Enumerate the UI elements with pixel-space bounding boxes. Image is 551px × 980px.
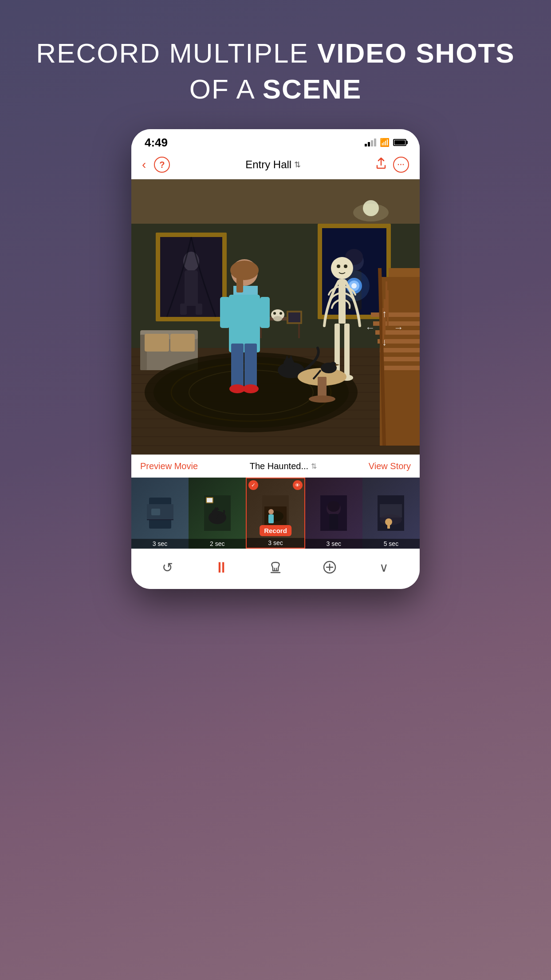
more-button[interactable]: ··· (393, 157, 409, 173)
svg-point-15 (353, 204, 389, 221)
scene-name-text: The Haunted... (250, 461, 308, 471)
svg-rect-99 (206, 498, 213, 503)
headline-line2-normal: OF A (189, 74, 263, 104)
svg-rect-105 (268, 514, 274, 523)
svg-rect-57 (260, 297, 270, 328)
svg-rect-53 (244, 344, 257, 388)
battery-icon (393, 139, 406, 146)
bottom-control-bar: Preview Movie The Haunted... ⇅ View Stor… (131, 454, 420, 478)
collapse-icon: ∨ (379, 560, 389, 575)
thumbnails-strip: 3 sec 2 sec (131, 478, 420, 549)
nav-title[interactable]: Entry Hall ⇅ (245, 158, 301, 171)
more-icon: ··· (398, 161, 405, 169)
back-button[interactable]: ‹ (142, 158, 146, 172)
thumbnail-1[interactable]: 3 sec (131, 478, 189, 549)
svg-rect-59 (236, 275, 243, 292)
nav-bar: ‹ ? Entry Hall ⇅ ··· (131, 152, 420, 179)
svg-rect-52 (231, 344, 244, 388)
stamp-button[interactable] (264, 556, 287, 578)
svg-point-104 (268, 509, 274, 514)
svg-rect-19 (185, 270, 198, 306)
thumb-3-eye: 👁 (293, 480, 303, 490)
nav-up-arrow[interactable]: ↑ (378, 307, 391, 320)
add-button[interactable] (319, 556, 341, 578)
svg-rect-114 (387, 524, 390, 529)
svg-rect-21 (196, 304, 202, 315)
svg-point-96 (212, 510, 219, 517)
thumbnail-2[interactable]: 2 sec (189, 478, 246, 549)
nav-title-chevron-icon: ⇅ (294, 160, 301, 170)
view-story-button[interactable]: View Story (369, 461, 411, 471)
svg-point-55 (243, 384, 259, 393)
help-button[interactable]: ? (154, 157, 170, 173)
signal-icon (365, 138, 376, 146)
headline-line2-bold: SCENE (263, 74, 362, 104)
svg-point-65 (337, 265, 340, 268)
nav-left-arrow[interactable]: ← (364, 321, 377, 335)
thumb-3-duration: 3 sec (247, 538, 304, 548)
wifi-icon: 📶 (380, 138, 390, 147)
thumbnail-4[interactable]: 3 sec (305, 478, 362, 549)
svg-rect-85 (382, 357, 420, 361)
status-bar: 4:49 📶 (131, 129, 420, 152)
svg-point-74 (309, 395, 335, 403)
svg-point-61 (283, 358, 294, 369)
pause-button[interactable]: ⏸ (210, 556, 232, 578)
pause-icon: ⏸ (214, 559, 229, 576)
redo-button[interactable]: ↺ (156, 556, 178, 578)
headline-line1-normal: RECORD MULTIPLE (36, 38, 317, 68)
nav-title-text: Entry Hall (245, 158, 291, 171)
nav-down-arrow[interactable]: ↓ (378, 336, 391, 349)
svg-point-44 (273, 316, 282, 321)
svg-rect-35 (170, 334, 195, 352)
svg-rect-93 (151, 509, 160, 515)
help-icon: ? (159, 160, 165, 170)
svg-point-45 (273, 312, 276, 315)
add-circle-icon (323, 560, 337, 574)
preview-movie-button[interactable]: Preview Movie (140, 461, 198, 471)
share-button[interactable] (376, 158, 386, 172)
redo-icon: ↺ (162, 560, 173, 575)
thumb-3-record-badge[interactable]: Record (260, 525, 291, 536)
stamp-icon (268, 560, 283, 574)
thumb-2-duration: 2 sec (189, 539, 246, 549)
phone-frame: 4:49 📶 ‹ ? Entry Hall ⇅ (131, 129, 420, 589)
status-icons: 📶 (365, 138, 406, 147)
svg-rect-48 (288, 312, 300, 322)
scene-view[interactable]: ↑ ← → ↓ (131, 179, 420, 454)
scene-selector[interactable]: The Haunted... ⇅ (250, 461, 317, 471)
headline: RECORD MULTIPLE VIDEO SHOTS OF A SCENE (9, 0, 541, 129)
svg-point-46 (279, 312, 282, 315)
thumb-1-duration: 3 sec (131, 539, 189, 549)
svg-rect-69 (344, 324, 350, 377)
status-time: 4:49 (145, 136, 168, 150)
thumbnail-3[interactable]: ✓ 👁 Record 3 sec (246, 478, 305, 549)
svg-point-64 (331, 257, 353, 279)
svg-point-76 (330, 362, 336, 368)
headline-line1-bold: VIDEO SHOTS (317, 38, 515, 68)
svg-rect-56 (220, 297, 230, 328)
svg-rect-34 (145, 334, 169, 352)
thumb-5-duration: 5 sec (362, 539, 420, 549)
thumbnail-5[interactable]: 5 sec (362, 478, 420, 549)
svg-point-108 (327, 501, 340, 512)
svg-rect-109 (329, 514, 338, 530)
svg-rect-20 (180, 304, 187, 315)
thumb-4-duration: 3 sec (305, 539, 362, 549)
nav-right-arrow[interactable]: → (392, 321, 405, 335)
collapse-button[interactable]: ∨ (373, 556, 395, 578)
nav-left-group: ‹ ? (142, 157, 170, 173)
svg-point-66 (344, 265, 347, 268)
scene-nav-arrows: ↑ ← → ↓ (364, 307, 405, 349)
svg-point-58 (230, 261, 259, 280)
svg-rect-86 (384, 366, 420, 370)
bottom-toolbar: ↺ ⏸ ∨ (131, 549, 420, 589)
scene-chevron-icon: ⇅ (311, 462, 317, 470)
nav-right-group: ··· (376, 157, 409, 173)
